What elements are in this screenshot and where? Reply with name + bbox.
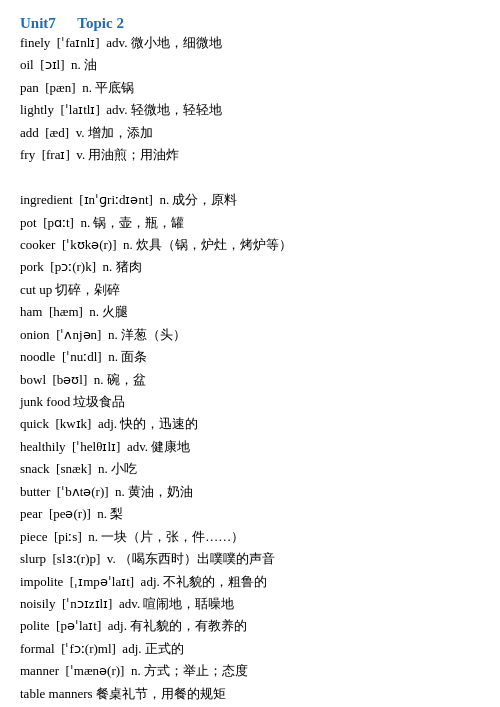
topic-label: Topic 2 (77, 15, 124, 31)
definition: 洋葱（头） (121, 327, 186, 342)
word-term: quick (20, 416, 49, 431)
definition: 轻微地，轻轻地 (131, 102, 222, 117)
word-term: ingredient (20, 192, 73, 207)
list-item: oil [ɔɪl] n. 油 (20, 54, 480, 75)
word-term: onion (20, 327, 50, 342)
phonetic: [pəˈlaɪt] (56, 618, 101, 633)
list-item: pear [peə(r)] n. 梨 (20, 503, 480, 524)
definition: 微小地，细微地 (131, 35, 222, 50)
phonetic: [ɔɪl] (40, 57, 64, 72)
part-of-speech: adv. (127, 439, 148, 454)
list-item: junk food 垃圾食品 (20, 391, 480, 412)
definition: 用油煎；用油炸 (88, 147, 179, 162)
word-term: finely (20, 35, 50, 50)
list-item: butter [ˈbʌtə(r)] n. 黄油，奶油 (20, 481, 480, 502)
word-term: butter (20, 484, 50, 499)
definition: 方式；举止；态度 (144, 663, 248, 678)
word-term: lightly (20, 102, 54, 117)
list-item: pork [pɔː(r)k] n. 猪肉 (20, 256, 480, 277)
part-of-speech: adj. (108, 618, 127, 633)
part-of-speech: v. (76, 125, 85, 140)
phonetic: [slɜː(r)p] (53, 551, 101, 566)
part-of-speech: n. (123, 237, 133, 252)
phonetic: [ɪnˈɡriːdɪənt] (79, 192, 153, 207)
phonetic: [ˌɪmpəˈlaɪt] (70, 574, 134, 589)
part-of-speech: v. (76, 147, 85, 162)
phonetic: [snæk] (56, 461, 91, 476)
phonetic: [ˈkʊkə(r)] (62, 237, 117, 252)
phonetic: [pɔː(r)k] (50, 259, 96, 274)
list-item: quick [kwɪk] adj. 快的，迅速的 (20, 413, 480, 434)
phonetic: [pɑːt] (43, 215, 74, 230)
list-item: table manners 餐桌礼节，用餐的规矩 (20, 683, 480, 704)
word-term: piece (20, 529, 47, 544)
part-of-speech: adj. (122, 641, 141, 656)
list-item: polite [pəˈlaɪt] adj. 有礼貌的，有教养的 (20, 615, 480, 636)
word-term: noodle (20, 349, 55, 364)
list-item: snack [snæk] n. 小吃 (20, 458, 480, 479)
list-item: formal [ˈfɔː(r)ml] adj. 正式的 (20, 638, 480, 659)
definition: 炊具（锅，炉灶，烤炉等） (136, 237, 292, 252)
word-term: cooker (20, 237, 55, 252)
phonetic: [kwɪk] (55, 416, 91, 431)
phonetic: [ˈʌnjən] (56, 327, 101, 342)
part-of-speech: adj. (98, 416, 117, 431)
phonetic: [pæn] (45, 80, 75, 95)
word-term: snack (20, 461, 50, 476)
phonetic: [piːs] (54, 529, 82, 544)
definition: 餐桌礼节，用餐的规矩 (96, 686, 226, 701)
definition: 油 (84, 57, 97, 72)
phonetic: [bəʊl] (53, 372, 88, 387)
definition: 锅，壶，瓶，罐 (93, 215, 184, 230)
part-of-speech: n. (71, 57, 81, 72)
definition: （喝东西时）出噗噗的声音 (119, 551, 275, 566)
list-item: piece [piːs] n. 一块（片，张，件……） (20, 526, 480, 547)
phonetic: [ˈnɔɪzɪlɪ] (62, 596, 113, 611)
word-term: pork (20, 259, 44, 274)
list-item: finely [ˈfaɪnlɪ] adv. 微小地，细微地 (20, 32, 480, 53)
part-of-speech: n. (80, 215, 90, 230)
part-of-speech: n. (94, 372, 104, 387)
part-of-speech: v. (107, 551, 116, 566)
phonetic: [ˈfaɪnlɪ] (57, 35, 100, 50)
phonetic: [ˈlaɪtlɪ] (60, 102, 99, 117)
definition: 火腿 (102, 304, 128, 319)
phonetic: [ˈnuːdl] (62, 349, 102, 364)
list-item: impolite [ˌɪmpəˈlaɪt] adj. 不礼貌的，粗鲁的 (20, 571, 480, 592)
phonetic: [peə(r)] (49, 506, 91, 521)
phonetic: [ˈbʌtə(r)] (57, 484, 109, 499)
definition: 不礼貌的，粗鲁的 (163, 574, 267, 589)
list-item: bowl [bəʊl] n. 碗，盆 (20, 369, 480, 390)
word-term: fry (20, 147, 35, 162)
definition: 快的，迅速的 (120, 416, 198, 431)
entries-list: finely [ˈfaɪnlɪ] adv. 微小地，细微地oil [ɔɪl] n… (20, 32, 480, 707)
definition: 梨 (110, 506, 123, 521)
list-item: onion [ˈʌnjən] n. 洋葱（头） (20, 324, 480, 345)
phonetic: [hæm] (49, 304, 83, 319)
phonetic: [ˈhelθɪlɪ] (72, 439, 120, 454)
definition: 健康地 (151, 439, 190, 454)
word-term: oil (20, 57, 34, 72)
word-term: manner (20, 663, 59, 678)
unit-label: Unit7 (20, 15, 56, 31)
phonetic: [fraɪ] (42, 147, 70, 162)
definition: 切碎，剁碎 (55, 282, 120, 297)
word-term: pan (20, 80, 39, 95)
list-item: lightly [ˈlaɪtlɪ] adv. 轻微地，轻轻地 (20, 99, 480, 120)
part-of-speech: n. (159, 192, 169, 207)
part-of-speech: n. (103, 259, 113, 274)
definition: 猪肉 (116, 259, 142, 274)
list-item: noodle [ˈnuːdl] n. 面条 (20, 346, 480, 367)
list-item: ham [hæm] n. 火腿 (20, 301, 480, 322)
list-item: manner [ˈmænə(r)] n. 方式；举止；态度 (20, 660, 480, 681)
word-term: formal (20, 641, 55, 656)
list-item: pot [pɑːt] n. 锅，壶，瓶，罐 (20, 212, 480, 233)
word-term: pot (20, 215, 37, 230)
list-item: slurp [slɜː(r)p] v. （喝东西时）出噗噗的声音 (20, 548, 480, 569)
definition: 喧闹地，聒噪地 (143, 596, 234, 611)
part-of-speech: n. (98, 461, 108, 476)
part-of-speech: n. (82, 80, 92, 95)
word-term: polite (20, 618, 50, 633)
part-of-speech: n. (108, 327, 118, 342)
definition: 碗，盆 (107, 372, 146, 387)
